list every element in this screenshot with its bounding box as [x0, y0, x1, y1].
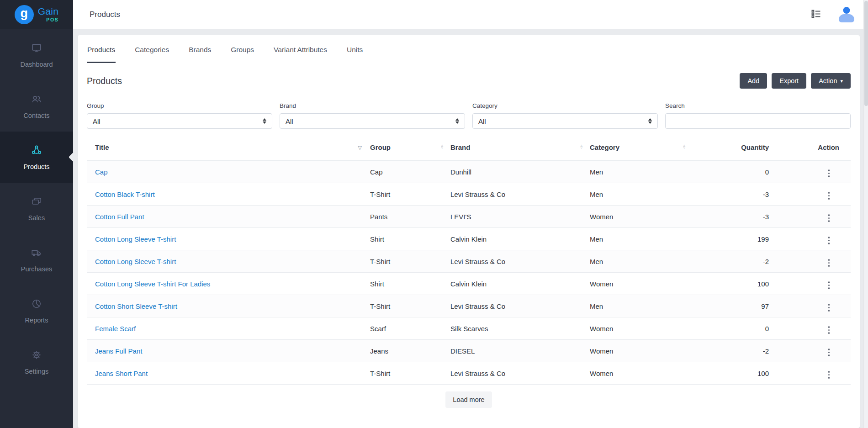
product-brand-cell: Levi Strauss & Co — [450, 250, 590, 273]
filter-group-label: Group — [87, 102, 272, 109]
page-title: Products — [90, 10, 120, 19]
tab-categories[interactable]: Categories — [134, 43, 169, 63]
product-category-cell: Women — [590, 273, 693, 295]
sidebar-item-label: Contacts — [23, 112, 49, 119]
row-action-menu-icon[interactable] — [826, 168, 832, 179]
network-icon — [31, 144, 42, 158]
sort-icon: ▵▿ — [683, 144, 685, 149]
sidebar-item-label: Sales — [28, 214, 45, 222]
product-brand-cell: Levi Strauss & Co — [450, 295, 590, 317]
sidebar-item-settings[interactable]: Settings — [0, 336, 73, 387]
products-table: Title▽ Group▵▿ Brand▵▿ Category▵▿ Quanti… — [87, 141, 851, 385]
brand-select[interactable]: All — [280, 113, 465, 129]
scrollbar[interactable] — [863, 0, 868, 428]
product-category-cell: Men — [590, 161, 693, 183]
row-action-menu-icon[interactable] — [826, 302, 832, 313]
product-quantity-cell: 100 — [693, 273, 779, 295]
row-action-menu-icon[interactable] — [826, 235, 832, 246]
product-quantity-cell: -2 — [693, 340, 779, 362]
product-brand-cell: Dunhill — [450, 161, 590, 183]
add-button[interactable]: Add — [740, 73, 767, 89]
scrollbar-thumb[interactable] — [864, 1, 868, 106]
column-header-brand[interactable]: Brand▵▿ — [450, 141, 590, 161]
product-category-cell: Men — [590, 183, 693, 206]
tab-brands[interactable]: Brands — [188, 43, 212, 63]
sidebar-item-contacts[interactable]: Contacts — [0, 80, 73, 132]
row-action-menu-icon[interactable] — [826, 190, 832, 201]
product-title-link[interactable]: Cotton Black T-shirt — [95, 190, 155, 198]
select-caret-icon — [263, 118, 266, 124]
product-category-cell: Women — [590, 362, 693, 385]
product-category-cell: Men — [590, 228, 693, 250]
row-action-menu-icon[interactable] — [826, 212, 832, 224]
product-title-link[interactable]: Cotton Long Sleeve T-shirt For Ladies — [95, 280, 210, 288]
table-row: Cotton Long Sleeve T-shirt Shirt Calvin … — [87, 228, 851, 250]
product-brand-cell: Levi Strauss & Co — [450, 362, 590, 385]
sidebar-item-label: Products — [23, 163, 49, 170]
sidebar-item-dashboard[interactable]: Dashboard — [0, 29, 73, 80]
product-title-link[interactable]: Female Scarf — [95, 325, 136, 333]
product-group-cell: T-Shirt — [370, 183, 450, 206]
sidebar-item-products[interactable]: Products — [0, 132, 73, 183]
column-header-category[interactable]: Category▵▿ — [590, 141, 693, 161]
logo-icon: g — [15, 5, 34, 24]
app-logo[interactable]: g Gain POS — [0, 0, 73, 29]
product-group-cell: Pants — [370, 206, 450, 228]
product-category-cell: Women — [590, 317, 693, 340]
sidebar-item-purchases[interactable]: Purchases — [0, 234, 73, 285]
section-title: Products — [87, 76, 122, 86]
row-action-menu-icon[interactable] — [826, 369, 832, 380]
row-action-menu-icon[interactable] — [826, 257, 832, 269]
monitor-icon — [31, 42, 42, 56]
brand-sub: POS — [46, 17, 58, 22]
row-action-menu-icon[interactable] — [826, 324, 832, 336]
product-group-cell: T-Shirt — [370, 362, 450, 385]
sidebar-item-label: Settings — [25, 368, 48, 375]
pie-chart-icon — [31, 298, 42, 312]
row-action-menu-icon[interactable] — [826, 347, 832, 358]
load-more-button[interactable]: Load more — [445, 391, 492, 408]
filter-brand-label: Brand — [280, 102, 465, 109]
row-action-menu-icon[interactable] — [826, 280, 832, 291]
product-title-link[interactable]: Jeans Full Pant — [95, 347, 142, 355]
product-category-cell: Women — [590, 206, 693, 228]
product-group-cell: Jeans — [370, 340, 450, 362]
product-brand-cell: Calvin Klein — [450, 228, 590, 250]
column-header-group[interactable]: Group▵▿ — [370, 141, 450, 161]
sidebar-item-sales[interactable]: Sales — [0, 183, 73, 234]
product-title-link[interactable]: Cotton Full Pant — [95, 213, 144, 221]
list-menu-icon[interactable] — [810, 8, 822, 22]
sidebar: g Gain POS Dashboard Contacts — [0, 0, 73, 428]
product-category-cell: Men — [590, 250, 693, 273]
app-root: g Gain POS Dashboard Contacts — [0, 0, 868, 428]
sidebar-item-label: Purchases — [21, 265, 53, 273]
product-quantity-cell: -2 — [693, 250, 779, 273]
sidebar-item-reports[interactable]: Reports — [0, 285, 73, 336]
column-header-title[interactable]: Title▽ — [87, 141, 370, 161]
sort-icon: ▵▿ — [580, 144, 582, 149]
user-avatar[interactable] — [839, 7, 854, 22]
action-dropdown-button[interactable]: Action▾ — [811, 73, 851, 89]
product-title-link[interactable]: Cotton Long Sleeve T-shirt — [95, 258, 176, 265]
group-select[interactable]: All — [87, 113, 272, 129]
category-select[interactable]: All — [472, 113, 658, 129]
product-title-link[interactable]: Cotton Short Sleeve T-shirt — [95, 302, 177, 310]
product-group-cell: Cap — [370, 161, 450, 183]
sidebar-item-label: Reports — [25, 317, 48, 324]
tab-units[interactable]: Units — [346, 43, 363, 63]
product-title-link[interactable]: Cotton Long Sleeve T-shirt — [95, 235, 176, 243]
tab-bar: Products Categories Brands Groups Varian… — [87, 35, 851, 63]
tab-variant-attributes[interactable]: Variant Attributes — [273, 43, 328, 63]
table-row: Jeans Full Pant Jeans DIESEL Women -2 — [87, 340, 851, 362]
product-title-link[interactable]: Jeans Short Pant — [95, 370, 148, 377]
product-title-link[interactable]: Cap — [95, 168, 108, 176]
search-input[interactable] — [665, 113, 851, 129]
filter-search: Search — [665, 102, 851, 129]
product-quantity-cell: 97 — [693, 295, 779, 317]
select-caret-icon — [455, 118, 459, 124]
product-category-cell: Men — [590, 295, 693, 317]
tab-products[interactable]: Products — [87, 43, 116, 63]
product-category-cell: Women — [590, 340, 693, 362]
tab-groups[interactable]: Groups — [230, 43, 254, 63]
export-button[interactable]: Export — [772, 73, 806, 89]
